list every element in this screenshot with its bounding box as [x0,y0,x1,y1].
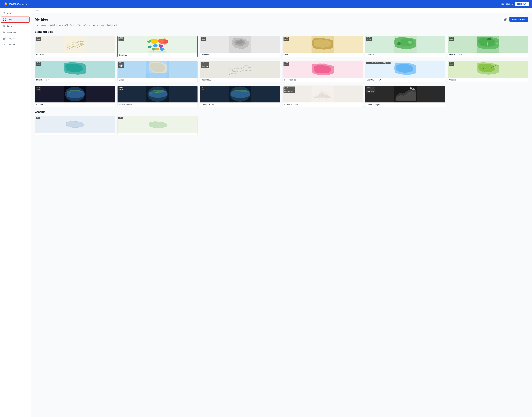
maptiler-logo-icon [3,2,8,6]
tile-ocean[interactable]: new z0-12vector Ocean [117,61,198,82]
countries-name: Countries [118,53,198,57]
sidebar-item-account[interactable]: Account [0,42,31,48]
tile-thumb-czechia1: z0-9 [35,116,115,133]
sidebar-item-tiles[interactable]: Tiles [1,17,30,23]
svg-rect-29 [505,20,506,21]
ocean-rgb-svg [200,61,280,78]
tile-thumb-maptiler-planet: z0-15vector [448,36,528,53]
svg-rect-26 [504,18,505,19]
landcover-svg [365,36,446,53]
logo-cloud-text: CLOUD [19,3,27,5]
ocean-rgb-badges: new z0-7raster-dem [201,62,209,68]
satellite-med2-svg [200,86,280,103]
sidebar-item-maps[interactable]: Maps [0,10,31,16]
openmaptiles-w-name: OpenMapTiles W... [365,78,446,82]
terrain-rgb-svg [365,86,446,103]
svg-rect-24 [5,37,5,40]
svg-rect-5 [494,4,494,4]
maptiler-planet-svg [448,36,528,53]
svg-rect-15 [5,19,6,20]
countries-svg [118,36,198,53]
standard-tiles-heading: Standard tiles [35,30,528,33]
tile-thumb-satellite-med2: z0-13raster [200,86,280,103]
globe-icon [3,12,6,15]
tile-openmaptiles[interactable]: z0-14vector OpenMapTiles [283,61,363,82]
tile-thumb-landcover: z0-9vector [365,36,446,53]
tile-openmaptiles-w[interactable]: z0-13{'\n'}vector{'\n'}WGS 84 (EPS... Op… [365,61,446,82]
header-actions: NEW TILESET [503,17,528,22]
key-icon [3,31,6,34]
satellite-med1-badge: z0-13raster [118,86,124,91]
apps-grid-icon[interactable] [493,2,496,5]
tile-land[interactable]: z0-14vector Land [283,36,363,57]
svg-rect-42 [146,73,169,78]
ocean-name: Ocean [117,78,198,82]
description-text: Here you can upload tiles from MapTiler … [35,24,528,26]
tile-maptiler-planet[interactable]: z0-15vector MapTiler Planet [448,36,528,57]
tile-terrain-rgb[interactable]: new z0-14raster-dem Terrain RGB (virt... [365,85,446,107]
tile-countries[interactable]: z0-11vector Countries [117,36,198,57]
ocean-badges: new z0-12vector [118,62,124,68]
tile-czechia2[interactable]: z0-8 [117,116,198,135]
satellite-med2-badge: z0-13raster [201,86,206,91]
tile-satellite-med1[interactable]: z0-13raster Satellite Medium... [117,85,198,107]
tile-thumb-outdoor: z5-14vector [448,61,528,78]
czechia1-name [35,133,115,135]
sidebar-item-api-keys[interactable]: API Keys [0,29,31,35]
svg-rect-14 [3,19,4,20]
gear-icon [3,43,6,46]
satellite-badge: z0-20raster [36,86,41,91]
tile-ocean-rgb[interactable]: new z0-7raster-dem Ocean RGB [200,61,280,82]
tile-thumb-openmaptiles: z0-14vector [283,61,363,78]
tile-thumb-ocean: new z0-12vector [117,61,198,78]
standard-tiles-row2: z0-10vector MapTiler Planet ... [35,61,528,82]
app-body: Maps Tiles Data API Keys [0,8,532,417]
hillshading-name: Hillshading [200,53,280,57]
tile-thumb-maptiler-planet2: z0-10vector [35,61,115,78]
new-tileset-button[interactable]: NEW TILESET [510,17,528,22]
sidebar-item-analytics[interactable]: Analytics [0,35,31,42]
tile-czechia1[interactable]: z0-9 [35,116,115,135]
tile-contours[interactable]: z9-14vector Contours [35,36,115,57]
svg-rect-17 [5,20,6,21]
analytics-icon [3,37,6,40]
svg-rect-2 [494,3,494,3]
sidebar-analytics-label: Analytics [7,37,16,40]
main-content: Tiles My tiles NEW TILESET Here you can … [31,8,532,417]
outdoor-svg [448,61,528,78]
svg-rect-27 [505,18,506,19]
svg-rect-10 [496,5,496,5]
svg-rect-8 [494,5,494,5]
maptiler-planet2-svg [35,61,115,78]
tile-thumb-contours: z9-14vector [35,36,115,53]
czechia-heading: Czechia [35,110,528,114]
tile-thumb-countries: z0-11vector [118,36,198,53]
maptiler-planet-badge: z0-15vector [449,37,454,41]
satellite-name: Satellite [35,103,115,107]
sidebar-apikeys-label: API Keys [7,31,16,33]
grid-icon [504,18,507,21]
tile-satellite[interactable]: z0-20raster Satellite [35,85,115,107]
tile-thumb-terrain-rgb: new z0-14raster-dem [365,86,446,103]
content-area: My tiles NEW TILESET Here you can upload… [31,13,532,142]
land-svg [283,36,363,53]
tile-hillshading[interactable]: z0-12raster Hillshading [200,36,280,57]
grid-view-button[interactable] [503,17,508,22]
terrain3d-name: Terrain 3D - Cesi... [283,103,363,107]
sidebar-item-data[interactable]: Data [0,23,31,29]
tile-terrain3d[interactable]: z0-15terrainWGS 84 (EPS... Terrain 3D - … [283,85,363,107]
upload-link[interactable]: Upload new tiles. [105,24,120,26]
sidebar-data-label: Data [7,25,12,27]
svg-rect-9 [495,5,495,5]
signout-button[interactable]: SIGN OUT [515,2,529,6]
user-name: Tomáš Pohanka [499,3,512,5]
contours-name: Contours [35,53,115,57]
tile-outdoor[interactable]: z5-14vector Outdoor [448,61,528,82]
tile-landcover[interactable]: z0-9vector Landcover [365,36,446,57]
tile-maptiler-planet2[interactable]: z0-10vector MapTiler Planet ... [35,61,115,82]
tile-thumb-czechia2: z0-8 [117,116,198,133]
hillshading-badge: z0-12raster [201,37,206,41]
tile-satellite-med2[interactable]: z0-13raster Satellite Medium... [200,85,280,107]
openmaptiles-name: OpenMapTiles [283,78,363,82]
page-title: My tiles [35,17,48,21]
